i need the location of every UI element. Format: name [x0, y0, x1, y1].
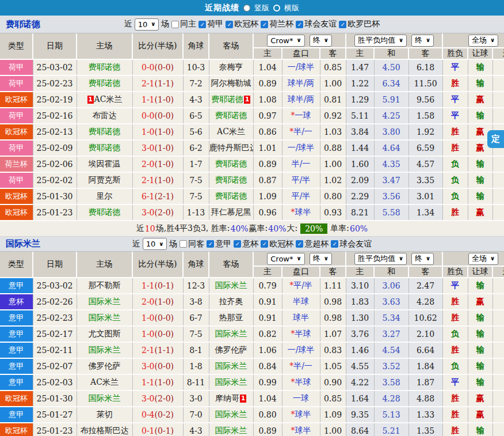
section-header-bar: 费耶诺德 近10∨场同主✓荷甲✓欧冠杯✓荷兰杯✓球会友谊✓欧罗巴杯	[0, 16, 504, 33]
avg-draw-cell: 5.13	[374, 407, 408, 423]
team-name: 国际米兰	[89, 345, 121, 354]
home-team-cell: 尤文图斯	[77, 326, 132, 342]
scope-select[interactable]: 全场∨	[468, 253, 498, 265]
table-row: 意甲25-02-07佛罗伦萨3-0(0-0)1-8国际米兰0.84*半/一1.0…	[0, 358, 504, 374]
star-mark: *	[291, 111, 295, 120]
vertical-layout-radio[interactable]	[243, 5, 250, 12]
avg-stage-select[interactable]: 终∨	[411, 35, 434, 47]
goals-cell	[492, 342, 504, 358]
bookmaker-select[interactable]: Crow*∨	[267, 35, 304, 47]
chevron-down-icon: ∨	[324, 37, 329, 43]
checkbox-checked-icon[interactable]: ✓	[261, 240, 268, 248]
avg-home-cell: 1.83	[346, 294, 374, 310]
league-filter[interactable]: ✓意甲	[207, 239, 231, 249]
halftime-score: (0-1)	[155, 426, 174, 435]
team-name: AC米兰	[217, 127, 245, 136]
home-team-cell: 费耶诺德	[77, 59, 132, 75]
page-title: 近期战绩	[205, 3, 239, 13]
section-inter: 国际米兰 近10∨场同客✓意甲✓意杯✓欧冠杯✓意超杯✓球会友谊 类型 日期 主场…	[0, 237, 504, 436]
avg-odds-select[interactable]: 胜平负均值∨	[354, 253, 407, 265]
home-odds-cell: 0.96	[253, 204, 282, 221]
avg-stage-select[interactable]: 终∨	[411, 253, 434, 265]
handicap-cell: 平/半	[282, 172, 320, 188]
home-team-cell: 国际米兰	[77, 294, 132, 310]
vertical-layout-label[interactable]: 竖版	[254, 3, 269, 13]
star-mark: *	[291, 410, 295, 419]
col-goals: 进球	[492, 48, 504, 59]
checkbox-checked-icon[interactable]: ✓	[261, 21, 268, 28]
chevron-down-icon: ∨	[399, 256, 403, 261]
checkbox-unchecked-icon[interactable]	[180, 240, 187, 248]
same-venue-filter[interactable]: 同主	[171, 19, 196, 29]
handicap-value: 平/半	[292, 191, 311, 200]
checkbox-checked-icon[interactable]: ✓	[296, 240, 303, 248]
home-team-cell: 莱切	[77, 407, 132, 423]
checkbox-checked-icon[interactable]: ✓	[331, 240, 338, 248]
bookmaker-select[interactable]: Crow*∨	[267, 253, 304, 265]
team-name: 费耶诺德	[89, 127, 121, 136]
col-home: 主场	[77, 33, 132, 59]
checkbox-checked-icon[interactable]: ✓	[339, 21, 346, 28]
league-filter[interactable]: ✓意超杯	[296, 239, 329, 249]
team-name-link[interactable]: 国际米兰	[6, 238, 40, 249]
league-filter[interactable]: ✓欧冠杯	[226, 19, 258, 29]
score-cell: 1-0(0-0)	[132, 326, 183, 342]
league-filter[interactable]: ✓荷兰杯	[261, 19, 293, 29]
avg-draw-cell: 3.27	[374, 326, 408, 342]
col-away: 客场	[209, 252, 253, 278]
same-venue-filter[interactable]: 同客	[180, 239, 204, 249]
scope-select[interactable]: 全场∨	[468, 35, 498, 47]
league-filter[interactable]: ✓欧罗巴杯	[339, 19, 380, 29]
odds-stage-select[interactable]: 终∨	[310, 35, 332, 47]
wdl-result-cell: 胜	[442, 124, 468, 140]
handicap-result-cell: 输	[468, 75, 492, 92]
wdl-result-cell: 平	[442, 59, 468, 75]
same-venue-label: 同客	[188, 239, 204, 249]
horizontal-layout-radio[interactable]	[273, 5, 280, 12]
league-filter[interactable]: ✓球会友谊	[296, 19, 337, 29]
horizontal-layout-label[interactable]: 横版	[284, 3, 299, 13]
wdl-result-cell: 胜	[442, 294, 468, 310]
date-cell: 25-02-09	[33, 140, 77, 156]
date-cell: 25-02-23	[33, 310, 77, 326]
checkbox-checked-icon[interactable]: ✓	[198, 21, 206, 28]
red-card-badge: 1	[87, 96, 94, 104]
wdl-result-cell: 平	[442, 374, 468, 390]
score-cell: 2-0(1-0)	[132, 156, 183, 172]
pin-tab[interactable]: 定	[487, 130, 504, 148]
avg-away-cell: 1.33	[408, 407, 442, 423]
summary-text: 40%	[268, 224, 286, 233]
checkbox-checked-icon[interactable]: ✓	[226, 21, 233, 28]
type-badge-cell: 欧冠杯	[0, 92, 33, 108]
chevron-down-icon: ∨	[159, 241, 163, 247]
avg-odds-select[interactable]: 胜平负均值∨	[354, 35, 407, 47]
away-team-cell: 费耶诺德	[209, 108, 253, 124]
away-team-cell: 费耶诺德	[209, 156, 253, 172]
date-cell: 25-01-23	[33, 204, 77, 221]
checkbox-checked-icon[interactable]: ✓	[207, 240, 214, 248]
corners-cell: 1-7	[183, 156, 209, 172]
checkbox-checked-icon[interactable]: ✓	[234, 240, 241, 248]
match-count-select[interactable]: 10∨	[135, 18, 159, 31]
corners-cell: 4-3	[183, 92, 209, 108]
summary-text: 单率:	[330, 223, 349, 234]
avg-draw-cell: 4.54	[374, 342, 408, 358]
league-filter[interactable]: ✓意杯	[234, 239, 258, 249]
league-filter[interactable]: ✓荷甲	[198, 19, 223, 29]
type-badge-cell: 欧冠杯	[0, 204, 33, 221]
checkbox-unchecked-icon[interactable]	[171, 21, 179, 28]
match-count-select[interactable]: 10∨	[143, 238, 167, 250]
league-filter[interactable]: ✓球会友谊	[331, 239, 372, 249]
handicap-result-cell: 输	[468, 374, 492, 390]
checkbox-checked-icon[interactable]: ✓	[296, 21, 303, 28]
avg-draw-cell: 3.52	[374, 358, 408, 374]
col-wdl: 胜负	[442, 266, 468, 278]
chevron-down-icon: ∨	[151, 21, 155, 27]
score-cell: 1-0(0-0)	[132, 310, 183, 326]
away-odds-cell: 1.00	[320, 75, 346, 92]
summary-text: 近	[136, 223, 144, 234]
league-filter[interactable]: ✓欧冠杯	[261, 239, 293, 249]
team-name-link[interactable]: 费耶诺德	[6, 19, 40, 30]
avg-source-cell: 胜平负均值∨ 终∨	[346, 252, 442, 266]
odds-stage-select[interactable]: 终∨	[310, 253, 332, 265]
